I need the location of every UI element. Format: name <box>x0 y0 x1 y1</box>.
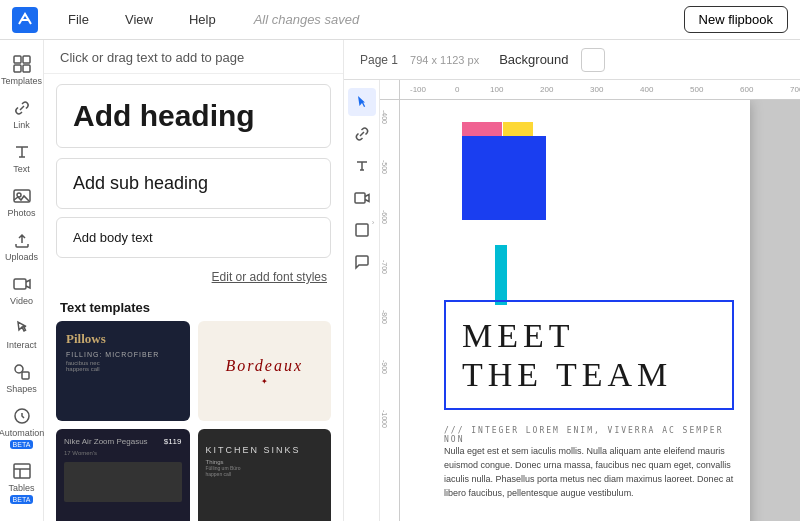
add-body-button[interactable]: Add body text <box>56 217 331 258</box>
canvas-with-tools: › -100 0 100 200 300 400 5 <box>344 80 800 521</box>
menu-view[interactable]: View <box>119 8 159 31</box>
sidebar-item-shapes[interactable]: Shapes <box>0 356 44 400</box>
sidebar-item-photos[interactable]: Photos <box>0 180 44 224</box>
text-panel-header: Click or drag text to add to page <box>44 40 343 74</box>
sidebar-label-shapes: Shapes <box>6 384 37 394</box>
shape-yellow <box>503 122 533 136</box>
canvas-area: Page 1 794 x 1123 px Background <box>344 40 800 521</box>
add-subheading-button[interactable]: Add sub heading <box>56 158 331 209</box>
menu-help[interactable]: Help <box>183 8 222 31</box>
svg-rect-0 <box>14 56 21 63</box>
svg-rect-11 <box>355 193 365 203</box>
template-kitchen-sinks[interactable]: KITCHEN SINKS Things Fülling um Büro hap… <box>198 429 332 521</box>
svg-rect-12 <box>356 224 368 236</box>
background-color-swatch[interactable] <box>581 48 605 72</box>
shape-blue-big <box>462 136 546 220</box>
ruler-corner <box>380 80 400 100</box>
body-text: Nulla eget est et sem iaculis mollis. Nu… <box>444 445 734 501</box>
app-logo <box>12 7 38 33</box>
ruler-vertical: -400 -500 -600 -700 -800 -900 -1000 <box>380 100 400 521</box>
templates-grid: Pillows FILLING: MICROFIBER faucibus nec… <box>44 321 343 521</box>
text-templates-header: Text templates <box>44 292 343 321</box>
template-pillows[interactable]: Pillows FILLING: MICROFIBER faucibus nec… <box>56 321 190 421</box>
sidebar-label-tables: Tables <box>8 483 34 493</box>
text-cursor <box>690 364 692 392</box>
shape-cyan <box>495 245 507 305</box>
sidebar-label-text: Text <box>13 164 30 174</box>
sidebar-item-link[interactable]: Link <box>0 92 44 136</box>
sidebar-label-uploads: Uploads <box>5 252 38 262</box>
tools-sidebar: › <box>344 80 380 521</box>
tool-comment[interactable] <box>348 248 376 276</box>
meet-the-team-text[interactable]: MEET THE TEAM <box>444 300 734 410</box>
tool-frame[interactable]: › <box>348 216 376 244</box>
menubar: File View Help All changes saved New fli… <box>0 0 800 40</box>
sidebar-label-photos: Photos <box>7 208 35 218</box>
canvas-container[interactable]: -100 0 100 200 300 400 500 600 700 -400 <box>380 80 800 521</box>
sidebar-label-templates: Templates <box>1 76 42 86</box>
sidebar-label-automation: Automation <box>0 428 44 438</box>
svg-rect-10 <box>14 464 30 478</box>
tool-link[interactable] <box>348 120 376 148</box>
sidebar-item-interact[interactable]: Interact <box>0 312 44 356</box>
template-zoom-pegasus[interactable]: Nike Air Zoom Pegasus $119 17 Women's <box>56 429 190 521</box>
svg-rect-3 <box>23 65 30 72</box>
svg-rect-6 <box>14 279 26 289</box>
main-content: Templates Link Text Photos Uploads Video… <box>0 40 800 521</box>
sidebar-label-video: Video <box>10 296 33 306</box>
font-styles-link[interactable]: Edit or add font styles <box>44 266 343 292</box>
tables-beta-badge: BETA <box>10 495 34 504</box>
sidebar-item-automation[interactable]: Automation BETA <box>0 400 44 455</box>
icon-sidebar: Templates Link Text Photos Uploads Video… <box>0 40 44 521</box>
sidebar-item-tables[interactable]: Tables BETA <box>0 455 44 510</box>
sidebar-label-interact: Interact <box>6 340 36 350</box>
template-bordeaux[interactable]: Bordeaux ✦ <box>198 321 332 421</box>
new-flipbook-button[interactable]: New flipbook <box>684 6 788 33</box>
sidebar-item-templates[interactable]: Templates <box>0 48 44 92</box>
page-label: Page 1 <box>360 53 398 67</box>
tool-text[interactable] <box>348 152 376 180</box>
menu-file[interactable]: File <box>62 8 95 31</box>
subtitle-text: /// INTEGER LOREM ENIM, VIVERRA AC SEMPE… <box>444 426 750 444</box>
tool-select[interactable] <box>348 88 376 116</box>
svg-rect-2 <box>14 65 21 72</box>
meet-text-line1: MEET <box>462 317 575 354</box>
page-canvas[interactable]: MEET THE TEAM /// INTEGER LOREM ENIM, VI… <box>400 100 750 521</box>
sidebar-label-link: Link <box>13 120 30 130</box>
canvas-toolbar: Page 1 794 x 1123 px Background <box>344 40 800 80</box>
svg-rect-1 <box>23 56 30 63</box>
automation-beta-badge: BETA <box>10 440 34 449</box>
sidebar-item-text[interactable]: Text <box>0 136 44 180</box>
save-status: All changes saved <box>254 12 660 27</box>
add-heading-button[interactable]: Add heading <box>56 84 331 148</box>
ruler-horizontal: -100 0 100 200 300 400 500 600 700 <box>400 80 800 100</box>
svg-rect-8 <box>22 372 29 379</box>
page-dimensions: 794 x 1123 px <box>410 54 479 66</box>
sidebar-item-uploads[interactable]: Uploads <box>0 224 44 268</box>
text-panel: Click or drag text to add to page Add he… <box>44 40 344 521</box>
tool-video[interactable] <box>348 184 376 212</box>
sidebar-item-video[interactable]: Video <box>0 268 44 312</box>
background-label: Background <box>499 52 568 67</box>
meet-text-line2: THE TEAM <box>462 356 672 393</box>
shape-pink <box>462 122 502 136</box>
